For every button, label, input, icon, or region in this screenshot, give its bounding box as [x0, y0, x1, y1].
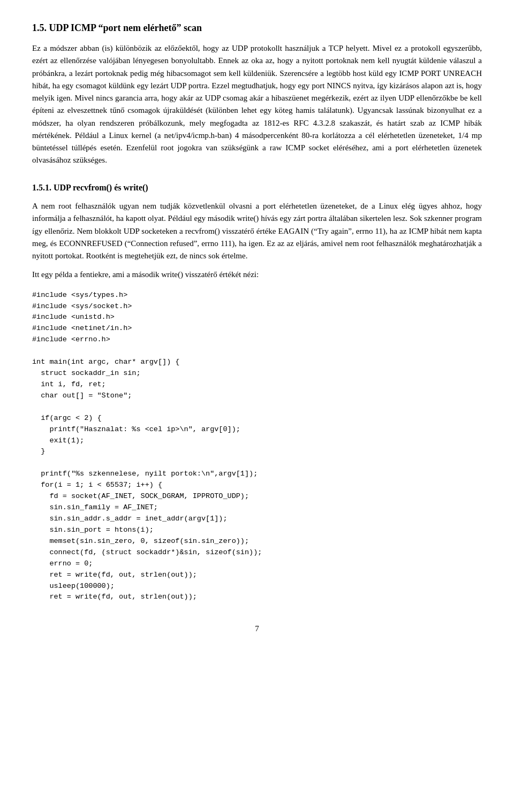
subsection-paragraph-2: Itt egy példa a fentiekre, ami a második… — [32, 269, 482, 281]
subsection-paragraph-1: A nem root felhasználók ugyan nem tudják… — [32, 200, 482, 262]
section-title: 1.5. UDP ICMP “port nem elérhető” scan — [32, 21, 482, 35]
code-block: #include <sys/types.h> #include <sys/soc… — [32, 290, 482, 603]
subsection-title: 1.5.1. UDP recvfrom() és write() — [32, 182, 482, 194]
page-content: 1.5. UDP ICMP “port nem elérhető” scan E… — [32, 21, 482, 633]
main-paragraph: Ez a módszer abban (is) különbözik az el… — [32, 42, 482, 167]
page-number: 7 — [32, 624, 482, 633]
